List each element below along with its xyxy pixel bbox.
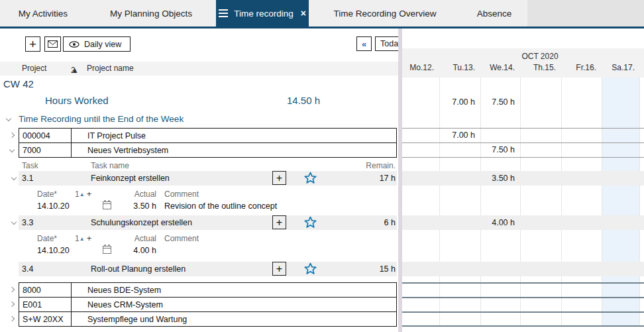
- project-name-column-header[interactable]: Project name: [87, 64, 134, 73]
- day-header-we[interactable]: We.14.: [480, 63, 520, 72]
- task-id: 3.1: [22, 171, 33, 186]
- remaining-column-header[interactable]: Remain.: [358, 161, 396, 170]
- project-name: Neues CRM-System: [72, 298, 396, 311]
- actual-column-header[interactable]: Actual: [119, 190, 156, 199]
- month-label: OCT 2020: [442, 52, 638, 61]
- project-row-E001[interactable]: E001 Neues CRM-System: [19, 297, 397, 312]
- actual-column-header[interactable]: Actual: [119, 234, 156, 243]
- project-name: Systempflege und Wartung: [72, 312, 396, 326]
- mail-button[interactable]: [44, 36, 61, 52]
- calendar-icon[interactable]: [103, 245, 111, 254]
- task-name: Roll-out Planung erstellen: [91, 262, 186, 276]
- tab-time-recording-overview[interactable]: Time Recording Overview: [309, 0, 461, 27]
- task-id: 3.4: [22, 262, 33, 276]
- project-table-header: Project 2▲ Project name: [0, 62, 398, 76]
- entry-comment[interactable]: Revision of the outline concept: [164, 201, 277, 211]
- project-id: S+W 20XX: [19, 312, 72, 326]
- day-header-th[interactable]: Th.15.: [520, 63, 561, 72]
- row-gridline: [402, 325, 644, 327]
- task-row-3-4[interactable]: [19, 262, 397, 276]
- column-gridline: [480, 78, 481, 326]
- expand-icon[interactable]: [9, 287, 15, 294]
- entry-date[interactable]: 14.10.20: [37, 201, 70, 211]
- task-day-cell[interactable]: 4.00 h: [480, 215, 520, 230]
- calendar-header: OCT 2020 Mo.12. Tu.13. We.14. Th.15. Fr.…: [402, 48, 644, 78]
- task-row-3-1[interactable]: [19, 171, 397, 186]
- tab-my-planning-objects[interactable]: My Planning Objects: [86, 0, 216, 27]
- add-button[interactable]: +: [25, 36, 40, 52]
- column-gridline: [520, 78, 521, 326]
- task-name: Feinkonzept erstellen: [91, 171, 170, 186]
- view-mode-label: Daily view: [84, 40, 121, 49]
- project-name: IT Project Pulse: [72, 129, 396, 142]
- project-day-cell[interactable]: 7.50 h: [480, 142, 520, 157]
- comment-column-header[interactable]: Comment: [164, 190, 199, 199]
- day-total-cell[interactable]: 7.50 h: [480, 95, 520, 109]
- entry-sort-indicator[interactable]: 1▲ +: [75, 190, 91, 199]
- day-header-mo[interactable]: Mo.12.: [402, 63, 439, 72]
- add-booking-button[interactable]: +: [272, 215, 286, 229]
- project-row-000004[interactable]: 000004 IT Project Pulse: [19, 128, 397, 143]
- project-row-SW20XX[interactable]: S+W 20XX Systempflege und Wartung: [19, 311, 397, 327]
- tab-bar: My Activities My Planning Objects Time r…: [0, 0, 644, 27]
- entry-actual-hours[interactable]: 3.50 h: [119, 201, 156, 211]
- menu-icon[interactable]: [219, 9, 228, 18]
- hours-worked-total: 14.50 h: [252, 95, 320, 106]
- task-day-cell[interactable]: 3.50 h: [480, 171, 520, 186]
- remaining-hours: 15 h: [358, 262, 396, 276]
- tab-time-recording[interactable]: Time recording ×: [216, 0, 309, 27]
- day-header-sa[interactable]: Sa.17.: [602, 63, 639, 72]
- previous-week-button[interactable]: «: [356, 36, 372, 51]
- favorite-star-icon[interactable]: [304, 262, 317, 275]
- entry-date[interactable]: 14.10.20: [37, 246, 70, 255]
- add-booking-button[interactable]: +: [272, 262, 286, 276]
- expand-icon[interactable]: [9, 316, 15, 323]
- collapse-icon[interactable]: [11, 175, 17, 182]
- task-row-3-3[interactable]: [19, 215, 397, 230]
- project-column-header[interactable]: Project: [22, 64, 46, 73]
- project-day-cell[interactable]: 7.00 h: [439, 128, 480, 142]
- today-button[interactable]: Today: [375, 36, 398, 51]
- expand-icon[interactable]: [9, 133, 15, 139]
- task-row-band: [402, 262, 644, 276]
- envelope-icon: [48, 40, 58, 48]
- date-column-header[interactable]: Date*: [37, 234, 57, 243]
- add-booking-button[interactable]: +: [272, 171, 286, 185]
- collapse-icon[interactable]: [9, 147, 15, 154]
- project-name: Neues BDE-System: [72, 283, 396, 297]
- calendar-grid: OCT 2020 Mo.12. Tu.13. We.14. Th.15. Fr.…: [402, 28, 644, 332]
- comment-column-header[interactable]: Comment: [164, 234, 199, 243]
- entry-actual-hours[interactable]: 4.00 h: [119, 246, 156, 255]
- task-column-header[interactable]: Task: [22, 161, 38, 170]
- view-mode-selector[interactable]: Daily view: [63, 36, 131, 52]
- day-header-tu[interactable]: Tu.13.: [439, 63, 480, 72]
- row-gridline: [402, 128, 644, 129]
- tab-my-activities[interactable]: My Activities: [0, 0, 86, 27]
- project-row-7000[interactable]: 7000 Neues Vertriebsystem: [19, 142, 397, 158]
- calendar-icon[interactable]: [103, 200, 111, 209]
- close-icon[interactable]: ×: [301, 8, 306, 19]
- project-row-8000[interactable]: 8000 Neues BDE-System: [19, 282, 397, 298]
- column-gridline: [602, 78, 602, 326]
- section-title[interactable]: Time Recording until the End of the Week: [19, 114, 184, 124]
- favorite-star-icon[interactable]: [304, 216, 317, 229]
- day-header-fr[interactable]: Fr.16.: [561, 63, 602, 72]
- task-row-band: [402, 215, 644, 230]
- tab-absence[interactable]: Absence: [461, 0, 527, 27]
- project-id: E001: [19, 298, 72, 311]
- date-column-header[interactable]: Date*: [37, 190, 57, 199]
- remaining-hours: 17 h: [358, 171, 396, 186]
- favorite-star-icon[interactable]: [304, 172, 317, 184]
- collapse-section-icon[interactable]: [5, 116, 12, 123]
- row-gridline: [402, 297, 644, 298]
- row-gridline: [402, 311, 644, 313]
- task-id: 3.3: [22, 215, 33, 230]
- collapse-icon[interactable]: [11, 219, 17, 226]
- app-window: My Activities My Planning Objects Time r…: [0, 0, 644, 332]
- project-id: 000004: [19, 129, 72, 142]
- day-total-cell[interactable]: 7.00 h: [439, 95, 480, 109]
- task-name-column-header[interactable]: Task name: [91, 161, 129, 170]
- expand-icon[interactable]: [9, 302, 15, 308]
- entry-sort-indicator[interactable]: 1▲ +: [75, 234, 91, 243]
- project-id: 8000: [19, 283, 72, 297]
